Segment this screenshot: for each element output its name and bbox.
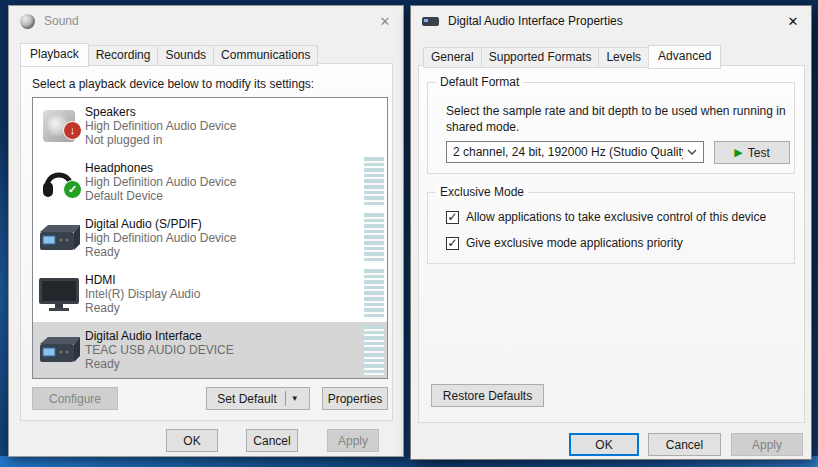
playback-device-list: ↓ Speakers High Definition Audio Device …	[32, 97, 388, 379]
device-status: Ready	[85, 245, 236, 259]
sound-cancel-button[interactable]: Cancel	[246, 429, 298, 452]
exclusive-priority-checkbox-row[interactable]: ✓ Give exclusive mode applications prior…	[446, 236, 683, 250]
audio-box-icon	[33, 221, 85, 255]
not-plugged-in-icon: ↓	[63, 121, 82, 140]
chevron-down-icon	[687, 149, 697, 155]
device-status: Ready	[85, 357, 234, 371]
device-description: High Definition Audio Device	[85, 175, 236, 189]
default-format-group: Default Format Select the sample rate an…	[427, 82, 795, 174]
dropdown-arrow-icon: ▼	[291, 394, 299, 403]
device-status: Default Device	[85, 189, 236, 203]
default-device-icon: ✓	[63, 180, 82, 199]
restore-defaults-button[interactable]: Restore Defaults	[431, 384, 544, 407]
sound-apply-button[interactable]: Apply	[327, 429, 379, 452]
exclusive-control-checkbox-row[interactable]: ✓ Allow applications to take exclusive c…	[446, 210, 766, 224]
device-row-digital-audio-interface[interactable]: Digital Audio Interface TEAC USB AUDIO D…	[33, 322, 387, 378]
playback-instruction: Select a playback device below to modify…	[32, 77, 314, 91]
properties-ok-button[interactable]: OK	[569, 433, 639, 456]
device-status: Not plugged in	[85, 133, 236, 147]
device-status: Ready	[85, 301, 200, 315]
tab-communications[interactable]: Communications	[213, 45, 318, 66]
sound-close-button[interactable]: ✕	[367, 6, 403, 36]
properties-button[interactable]: Properties	[322, 387, 388, 410]
properties-tabstrip: General Supported Formats Levels Advance…	[423, 45, 720, 68]
device-description: High Definition Audio Device	[85, 231, 236, 245]
split-separator	[285, 391, 286, 406]
device-description: TEAC USB AUDIO DEVICE	[85, 343, 234, 357]
default-format-legend: Default Format	[436, 75, 523, 89]
sound-app-icon	[20, 14, 35, 29]
checkbox-checked-icon[interactable]: ✓	[446, 237, 459, 250]
audio-box-icon	[33, 333, 85, 367]
device-name: Headphones	[85, 161, 236, 175]
tab-general[interactable]: General	[423, 47, 482, 68]
device-name: Speakers	[85, 105, 236, 119]
sound-titlebar: Sound ✕	[9, 6, 403, 36]
tab-advanced[interactable]: Advanced	[648, 45, 721, 69]
tab-playback[interactable]: Playback	[20, 43, 89, 67]
close-icon: ✕	[380, 14, 391, 29]
exclusive-priority-label: Give exclusive mode applications priorit…	[466, 236, 683, 250]
properties-dialog-title: Digital Audio Interface Properties	[448, 14, 623, 28]
exclusive-control-label: Allow applications to take exclusive con…	[466, 210, 766, 224]
tab-levels[interactable]: Levels	[598, 47, 649, 68]
device-name: Digital Audio (S/PDIF)	[85, 217, 236, 231]
device-row-headphones[interactable]: ✓ Headphones High Definition Audio Devic…	[33, 154, 387, 210]
level-meter	[364, 325, 384, 375]
properties-close-button[interactable]: ✕	[775, 6, 811, 36]
monitor-icon	[33, 276, 85, 312]
exclusive-mode-legend: Exclusive Mode	[436, 185, 528, 199]
sound-dialog: Sound ✕ Playback Recording Sounds Commun…	[8, 5, 404, 457]
sample-rate-value: 2 channel, 24 bit, 192000 Hz (Studio Qua…	[453, 145, 683, 159]
level-meter	[364, 213, 384, 263]
sound-tabstrip: Playback Recording Sounds Communications	[20, 43, 317, 66]
audio-device-icon	[422, 17, 439, 26]
properties-dialog: Digital Audio Interface Properties ✕ Gen…	[410, 5, 812, 460]
checkbox-checked-icon[interactable]: ✓	[446, 211, 459, 224]
level-meter	[364, 157, 384, 207]
tab-sounds[interactable]: Sounds	[157, 45, 214, 66]
playback-tab-page: Select a playback device below to modify…	[20, 63, 393, 421]
properties-titlebar: Digital Audio Interface Properties ✕	[411, 6, 811, 36]
speaker-icon: ↓	[33, 110, 85, 142]
exclusive-mode-group: Exclusive Mode ✓ Allow applications to t…	[427, 192, 795, 264]
sound-ok-button[interactable]: OK	[166, 429, 218, 452]
device-name: Digital Audio Interface	[85, 329, 234, 343]
device-row-spdif[interactable]: Digital Audio (S/PDIF) High Definition A…	[33, 210, 387, 266]
sound-dialog-title: Sound	[44, 14, 79, 28]
set-default-button[interactable]: Set Default ▼	[206, 387, 310, 410]
properties-cancel-button[interactable]: Cancel	[648, 433, 721, 456]
device-name: HDMI	[85, 273, 200, 287]
device-row-speakers[interactable]: ↓ Speakers High Definition Audio Device …	[33, 98, 387, 154]
close-icon: ✕	[788, 14, 799, 29]
headphones-icon: ✓	[33, 163, 85, 201]
default-format-description: Select the sample rate and bit depth to …	[446, 103, 786, 135]
sample-rate-combobox[interactable]: 2 channel, 24 bit, 192000 Hz (Studio Qua…	[446, 141, 704, 163]
test-button[interactable]: ▶ Test	[714, 141, 790, 164]
device-row-hdmi[interactable]: HDMI Intel(R) Display Audio Ready	[33, 266, 387, 322]
advanced-tab-page: Default Format Select the sample rate an…	[418, 65, 805, 423]
tab-supported-formats[interactable]: Supported Formats	[481, 47, 600, 68]
properties-apply-button[interactable]: Apply	[731, 433, 803, 456]
device-description: High Definition Audio Device	[85, 119, 236, 133]
level-meter	[364, 269, 384, 319]
device-description: Intel(R) Display Audio	[85, 287, 200, 301]
play-icon: ▶	[734, 146, 742, 159]
configure-button[interactable]: Configure	[32, 387, 118, 410]
tab-recording[interactable]: Recording	[88, 45, 159, 66]
